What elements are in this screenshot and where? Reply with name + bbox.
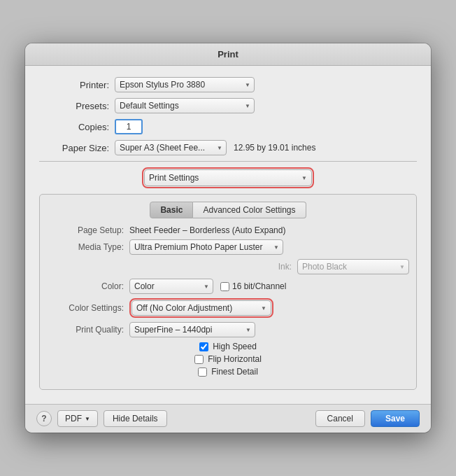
ink-select-wrapper[interactable]: Photo Black [297,259,409,274]
copies-control [115,119,417,134]
paper-size-label: Paper Size: [39,143,109,153]
presets-row: Presets: Default Settings [39,98,417,113]
finest-detail-row: Finest Detail [47,367,409,377]
media-type-select[interactable]: Ultra Premium Photo Paper Luster [129,239,283,255]
color-row: Color: Color 16 bit/Channel [47,279,409,294]
page-setup-label: Page Setup: [47,225,124,235]
color-select[interactable]: Color [129,279,213,294]
color-label: Color: [47,281,124,291]
color-settings-label: Color Settings: [47,303,124,313]
pdf-button[interactable]: PDF ▼ [57,410,98,427]
media-type-select-wrapper[interactable]: Ultra Premium Photo Paper Luster [129,239,283,255]
color-settings-row: Color Settings: Off (No Color Adjustment… [47,298,409,318]
print-dialog: Print Printer: Epson Stylus Pro 3880 Pre… [25,43,431,433]
tabs-row: Basic Advanced Color Settings [47,202,409,218]
printer-control: Epson Stylus Pro 3880 [115,77,417,92]
color-settings-select-wrapper[interactable]: Off (No Color Adjustment) [129,298,273,318]
media-type-row: Media Type: Ultra Premium Photo Paper Lu… [47,239,409,255]
bottom-bar: ? PDF ▼ Hide Details Cancel Save [25,404,431,433]
inner-panel: Basic Advanced Color Settings Page Setup… [39,194,417,390]
print-quality-label: Print Quality: [47,325,124,335]
presets-control: Default Settings [115,98,417,113]
hide-details-button[interactable]: Hide Details [104,410,167,427]
finest-detail-checkbox[interactable] [198,368,207,377]
presets-select-wrapper[interactable]: Default Settings [115,98,255,113]
printer-select[interactable]: Epson Stylus Pro 3880 [115,77,255,92]
print-quality-select[interactable]: SuperFine – 1440dpi [129,322,255,337]
printer-select-wrapper[interactable]: Epson Stylus Pro 3880 [115,77,255,92]
color-select-wrapper[interactable]: Color [129,279,213,294]
bit-channel-label: 16 bit/Channel [232,281,286,291]
print-settings-row: Print Settings [39,167,417,188]
printer-label: Printer: [39,80,109,90]
help-button[interactable]: ? [36,411,52,426]
print-quality-row: Print Quality: SuperFine – 1440dpi [47,322,409,337]
media-type-label: Media Type: [47,242,124,252]
cancel-button[interactable]: Cancel [315,410,365,427]
copies-label: Copies: [39,122,109,132]
copies-row: Copies: [39,119,417,134]
color-settings-select[interactable]: Off (No Color Adjustment) [131,300,271,316]
pdf-label: PDF [65,414,82,424]
ink-row: Ink: Photo Black [47,259,409,274]
printer-row: Printer: Epson Stylus Pro 3880 [39,77,417,92]
ink-select[interactable]: Photo Black [297,259,409,274]
presets-select[interactable]: Default Settings [115,98,255,113]
divider-1 [39,161,417,162]
flip-horizontal-row: Flip Horizontal [47,354,409,364]
tab-basic[interactable]: Basic [150,202,193,218]
finest-detail-label: Finest Detail [211,367,258,377]
dialog-body: Printer: Epson Stylus Pro 3880 Presets: … [25,66,431,404]
presets-label: Presets: [39,101,109,111]
tab-advanced[interactable]: Advanced Color Settings [193,202,306,218]
paper-size-control: Super A3 (Sheet Fee... 12.95 by 19.01 in… [115,140,417,155]
bit-channel-checkbox[interactable] [220,282,229,291]
print-settings-select-wrapper[interactable]: Print Settings [142,167,314,188]
flip-horizontal-checkbox[interactable] [194,355,204,364]
copies-input[interactable] [115,119,143,134]
high-speed-label: High Speed [213,342,257,351]
dialog-title: Print [25,43,431,66]
print-quality-select-wrapper[interactable]: SuperFine – 1440dpi [129,322,255,337]
save-button[interactable]: Save [371,410,420,427]
high-speed-checkbox[interactable] [199,342,208,351]
print-settings-select[interactable]: Print Settings [144,169,312,186]
page-setup-row: Page Setup: Sheet Feeder – Borderless (A… [47,225,409,235]
paper-size-select[interactable]: Super A3 (Sheet Fee... [115,140,227,155]
ink-label: Ink: [278,262,292,272]
paper-size-dimensions: 12.95 by 19.01 inches [234,143,315,153]
high-speed-row: High Speed [47,342,409,351]
paper-size-row: Paper Size: Super A3 (Sheet Fee... 12.95… [39,140,417,155]
flip-horizontal-label: Flip Horizontal [208,354,262,364]
paper-size-select-wrapper[interactable]: Super A3 (Sheet Fee... [115,140,227,155]
bit-channel-container: 16 bit/Channel [220,281,286,291]
page-setup-value: Sheet Feeder – Borderless (Auto Expand) [129,225,285,235]
pdf-arrow-icon: ▼ [85,416,90,422]
